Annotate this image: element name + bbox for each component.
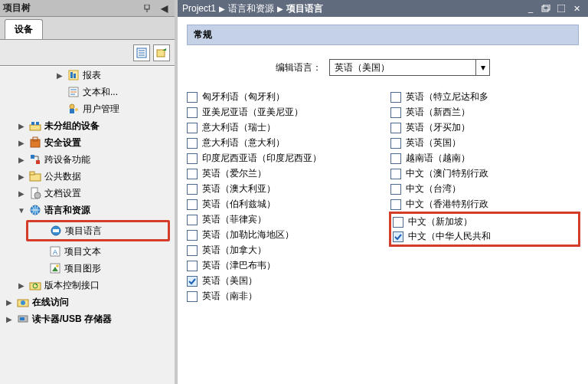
language-checkbox[interactable] bbox=[187, 261, 198, 271]
language-checkbox[interactable] bbox=[187, 199, 198, 210]
tree-item-version[interactable]: ▶ 版本控制接口 bbox=[0, 277, 175, 294]
language-checkbox[interactable] bbox=[187, 245, 198, 256]
tree-item-crossdev[interactable]: ▶ 跨设备功能 bbox=[0, 151, 175, 168]
language-checkbox[interactable] bbox=[390, 92, 401, 103]
svg-rect-42 bbox=[544, 5, 550, 10]
chevron-down-icon[interactable]: ▾ bbox=[475, 60, 489, 75]
breadcrumb-3[interactable]: 项目语言 bbox=[286, 2, 323, 15]
language-checkbox[interactable] bbox=[187, 291, 198, 302]
language-item[interactable]: 英语（新西兰） bbox=[390, 105, 579, 120]
svg-rect-25 bbox=[30, 172, 34, 175]
language-item[interactable]: 中文（台湾） bbox=[390, 182, 579, 196]
language-item[interactable]: 意大利语（意大利） bbox=[187, 136, 375, 150]
language-checkbox[interactable] bbox=[187, 184, 198, 195]
tree-item-online[interactable]: ▶ 在线访问 bbox=[0, 294, 175, 310]
language-item[interactable]: 英语（牙买加） bbox=[390, 120, 579, 135]
language-checkbox[interactable] bbox=[390, 153, 401, 164]
window-close-icon[interactable]: ✕ bbox=[570, 3, 583, 14]
docset-icon bbox=[29, 187, 41, 199]
ungrouped-icon bbox=[29, 120, 41, 132]
language-item[interactable]: 英语（爱尔兰） bbox=[187, 166, 375, 181]
breadcrumb-2[interactable]: 语言和资源 bbox=[228, 2, 274, 15]
tree-item-ungrouped[interactable]: ▶ 未分组的设备 bbox=[0, 117, 175, 134]
language-item[interactable]: 中文（新加坡） bbox=[393, 215, 577, 229]
window-min-icon[interactable]: _ bbox=[524, 3, 537, 14]
language-item[interactable]: 英语（美国） bbox=[187, 274, 375, 288]
tree-item-cardreader[interactable]: ▶ 读卡器/USB 存储器 bbox=[0, 310, 175, 327]
svg-rect-6 bbox=[157, 50, 165, 57]
language-item[interactable]: 英语（南非） bbox=[187, 289, 375, 304]
language-item[interactable]: 英语（津巴布韦） bbox=[187, 258, 375, 273]
collapse-left-icon[interactable]: ◀ bbox=[156, 3, 172, 14]
language-item[interactable]: 英语（加拿大） bbox=[187, 243, 375, 258]
language-checkbox[interactable] bbox=[393, 217, 403, 228]
language-label: 英语（南非） bbox=[202, 290, 257, 303]
edit-language-row: 编辑语言： 英语（美国） ▾ bbox=[187, 59, 579, 76]
pin-icon[interactable] bbox=[139, 3, 155, 14]
language-checkbox[interactable] bbox=[187, 215, 198, 225]
toolbar-list-button[interactable] bbox=[133, 44, 150, 61]
language-checkbox[interactable] bbox=[390, 123, 401, 133]
tree-item-langres[interactable]: ▼ 语言和资源 bbox=[0, 202, 175, 218]
edit-language-combo[interactable]: 英语（美国） ▾ bbox=[329, 59, 490, 76]
breadcrumb-1[interactable]: Project1 bbox=[182, 3, 216, 14]
language-item[interactable]: 英语（菲律宾） bbox=[187, 212, 375, 227]
language-item[interactable]: 中文（中华人民共和 bbox=[393, 229, 577, 244]
language-checkbox[interactable] bbox=[390, 184, 401, 195]
tree-item-projlang[interactable]: 项目语言 bbox=[28, 222, 168, 239]
language-item[interactable]: 匈牙利语（匈牙利） bbox=[187, 90, 375, 104]
language-label: 英语（伯利兹城） bbox=[202, 198, 276, 211]
svg-rect-22 bbox=[31, 155, 34, 159]
language-checkbox[interactable] bbox=[187, 153, 198, 164]
svg-rect-17 bbox=[30, 125, 41, 130]
tree-item-text[interactable]: 文本和... bbox=[0, 84, 175, 100]
language-label: 印度尼西亚语（印度尼西亚） bbox=[202, 152, 322, 165]
language-checkbox[interactable] bbox=[390, 138, 401, 149]
tree-item-reports[interactable]: ▶ 报表 bbox=[0, 67, 175, 84]
project-tree[interactable]: ▶ 报表 文本和... 用户管理 ▶ 未分组的设备 ▶ bbox=[0, 66, 175, 384]
language-item[interactable]: 英语（特立尼达和多 bbox=[390, 90, 579, 104]
window-restore-icon[interactable] bbox=[539, 3, 553, 14]
language-label: 英语（菲律宾） bbox=[202, 213, 266, 226]
language-checkbox[interactable] bbox=[187, 276, 198, 287]
tree-item-docset[interactable]: ▶ 文档设置 bbox=[0, 185, 175, 202]
language-checkbox[interactable] bbox=[390, 107, 401, 118]
language-item[interactable]: 英语（英国） bbox=[390, 136, 579, 150]
language-label: 英语（澳大利亚） bbox=[202, 182, 276, 195]
tree-item-publicdata[interactable]: ▶ 公共数据 bbox=[0, 168, 175, 185]
svg-rect-19 bbox=[36, 122, 39, 125]
langres-icon bbox=[29, 204, 41, 216]
language-item[interactable]: 意大利语（瑞士） bbox=[187, 120, 375, 135]
svg-rect-8 bbox=[70, 72, 73, 78]
language-item[interactable]: 中文（澳门特别行政 bbox=[390, 166, 579, 181]
language-checkbox[interactable] bbox=[187, 123, 198, 133]
tree-item-projtext[interactable]: A 项目文本 bbox=[0, 243, 175, 260]
language-label: 英语（牙买加） bbox=[406, 121, 470, 134]
language-item[interactable]: 中文（香港特别行政 bbox=[390, 197, 579, 212]
projlang-icon bbox=[50, 225, 62, 237]
language-checkbox[interactable] bbox=[390, 169, 401, 179]
language-checkbox[interactable] bbox=[187, 107, 198, 118]
tree-item-user-mgmt[interactable]: 用户管理 bbox=[0, 100, 175, 117]
publicdata-icon bbox=[29, 170, 41, 182]
svg-text:A: A bbox=[53, 248, 57, 256]
language-item[interactable]: 印度尼西亚语（印度尼西亚） bbox=[187, 151, 375, 166]
language-item[interactable]: 亚美尼亚语（亚美尼亚） bbox=[187, 105, 375, 120]
tree-item-projgfx[interactable]: 项目图形 bbox=[0, 260, 175, 277]
language-checkbox[interactable] bbox=[187, 138, 198, 149]
tab-devices[interactable]: 设备 bbox=[5, 19, 43, 39]
language-item[interactable]: 英语（澳大利亚） bbox=[187, 182, 375, 196]
tree-item-security[interactable]: ▶ 安全设置 bbox=[0, 134, 175, 151]
language-checkbox[interactable] bbox=[390, 199, 401, 210]
language-item[interactable]: 英语（加勒比海地区） bbox=[187, 228, 375, 242]
right-titlebar: Project1 ▶ 语言和资源 ▶ 项目语言 _ ✕ bbox=[178, 0, 588, 17]
language-checkbox[interactable] bbox=[187, 92, 198, 103]
language-item[interactable]: 英语（伯利兹城） bbox=[187, 197, 375, 212]
language-item[interactable]: 越南语（越南） bbox=[390, 151, 579, 166]
language-checkbox[interactable] bbox=[393, 231, 403, 242]
language-label: 中文（新加坡） bbox=[408, 215, 472, 228]
window-max-icon[interactable] bbox=[554, 3, 568, 14]
language-checkbox[interactable] bbox=[187, 169, 198, 179]
language-checkbox[interactable] bbox=[187, 230, 198, 241]
toolbar-locate-button[interactable] bbox=[153, 44, 170, 61]
